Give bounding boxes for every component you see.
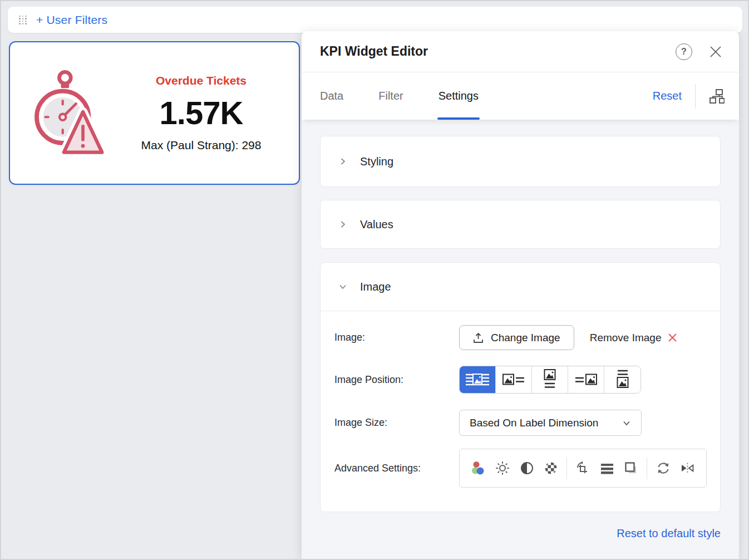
change-image-label: Change Image bbox=[491, 332, 560, 344]
kpi-text-block: Overdue Tickets 1.57K Max (Paul Strang):… bbox=[122, 74, 280, 152]
image-position-label: Image Position: bbox=[334, 374, 459, 386]
tab-data[interactable]: Data bbox=[320, 72, 343, 120]
chevron-down-icon bbox=[622, 419, 631, 428]
chevron-down-icon bbox=[338, 282, 347, 291]
add-user-filters-button[interactable]: + User Filters bbox=[36, 13, 107, 27]
styling-section-header[interactable]: Styling bbox=[321, 136, 720, 186]
tab-settings[interactable]: Settings bbox=[438, 72, 479, 120]
image-size-value: Based On Label Dimension bbox=[470, 417, 598, 429]
advanced-settings-toolbar bbox=[459, 449, 707, 488]
kpi-widget-card[interactable]: Overdue Tickets 1.57K Max (Paul Strang):… bbox=[9, 41, 300, 185]
reset-image-icon[interactable] bbox=[655, 460, 672, 477]
values-section-header[interactable]: Values bbox=[321, 200, 720, 248]
chevron-right-icon bbox=[338, 220, 347, 229]
org-chart-icon bbox=[709, 89, 725, 104]
remove-x-icon bbox=[668, 333, 677, 342]
image-section-header[interactable]: Image bbox=[321, 263, 720, 311]
footer-links: Reset to default style bbox=[320, 512, 721, 540]
user-filters-bar: + User Filters bbox=[8, 7, 742, 33]
position-top-button[interactable] bbox=[532, 366, 568, 393]
image-position-group bbox=[459, 366, 641, 394]
kpi-subtitle: Max (Paul Strang): 298 bbox=[122, 139, 280, 152]
image-size-select[interactable]: Based On Label Dimension bbox=[459, 410, 642, 436]
brightness-icon[interactable] bbox=[494, 460, 511, 477]
editor-title: KPI Widget Editor bbox=[320, 44, 676, 59]
image-section-body: Image: Change Image Remove Image bbox=[321, 311, 720, 488]
close-icon bbox=[709, 45, 722, 58]
image-right-icon bbox=[575, 373, 597, 386]
image-top-icon bbox=[543, 369, 556, 390]
remove-image-label: Remove Image bbox=[590, 332, 662, 344]
divider bbox=[695, 84, 696, 109]
reset-button[interactable]: Reset bbox=[653, 90, 682, 102]
values-section: Values bbox=[320, 200, 721, 249]
image-size-row: Image Size: Based On Label Dimension bbox=[334, 410, 720, 436]
image-section-label: Image bbox=[360, 281, 391, 293]
values-section-label: Values bbox=[360, 218, 393, 231]
position-background-button[interactable] bbox=[460, 366, 496, 393]
upload-icon bbox=[473, 332, 484, 343]
dashboard-root: + User Filters Overdue Ticket bbox=[0, 0, 749, 560]
image-position-row: Image Position: bbox=[334, 366, 720, 394]
kpi-value: 1.57K bbox=[122, 94, 280, 131]
settings-content: Styling Values Image bbox=[302, 120, 739, 559]
editor-tab-bar: Data Filter Settings Reset bbox=[302, 72, 739, 120]
drag-handle-grid-icon[interactable] bbox=[19, 16, 27, 24]
stopwatch-alert-icon bbox=[29, 68, 106, 158]
chevron-right-icon bbox=[338, 157, 347, 166]
position-right-button[interactable] bbox=[568, 366, 604, 393]
close-button[interactable] bbox=[709, 45, 722, 58]
image-bottom-icon bbox=[616, 369, 629, 390]
remove-image-button[interactable]: Remove Image bbox=[590, 332, 677, 344]
editor-header: KPI Widget Editor ? bbox=[302, 31, 739, 72]
flip-horizontal-icon[interactable] bbox=[679, 460, 696, 477]
kpi-widget-editor-panel: KPI Widget Editor ? Data Filter Settings… bbox=[302, 31, 739, 559]
help-button[interactable]: ? bbox=[676, 43, 692, 60]
line-thickness-icon[interactable] bbox=[599, 460, 615, 477]
kpi-title: Overdue Tickets bbox=[122, 74, 280, 87]
divider bbox=[566, 457, 567, 479]
styling-section: Styling bbox=[320, 136, 721, 187]
widget-layout-button[interactable] bbox=[709, 89, 725, 104]
position-bottom-button[interactable] bbox=[604, 366, 640, 393]
image-left-icon bbox=[502, 373, 525, 386]
shadow-icon[interactable] bbox=[623, 460, 639, 477]
crop-rotate-icon[interactable] bbox=[574, 460, 591, 477]
advanced-settings-row: Advanced Settings: bbox=[334, 449, 720, 488]
image-section: Image Image: Change Image bbox=[320, 262, 721, 512]
image-background-icon bbox=[466, 372, 489, 387]
image-size-label: Image Size: bbox=[334, 417, 459, 429]
contrast-icon[interactable] bbox=[519, 460, 535, 477]
tab-filter[interactable]: Filter bbox=[378, 72, 403, 120]
opacity-icon[interactable] bbox=[543, 460, 559, 477]
position-left-button[interactable] bbox=[496, 366, 532, 393]
divider bbox=[647, 457, 647, 479]
advanced-settings-label: Advanced Settings: bbox=[334, 463, 459, 474]
reset-to-default-style-link[interactable]: Reset to default style bbox=[617, 527, 721, 539]
question-circle-icon: ? bbox=[676, 43, 692, 60]
styling-section-label: Styling bbox=[360, 155, 393, 168]
color-saturation-icon[interactable] bbox=[470, 460, 487, 477]
image-label: Image: bbox=[334, 332, 459, 343]
image-row: Image: Change Image Remove Image bbox=[334, 325, 720, 350]
change-image-button[interactable]: Change Image bbox=[459, 325, 574, 350]
